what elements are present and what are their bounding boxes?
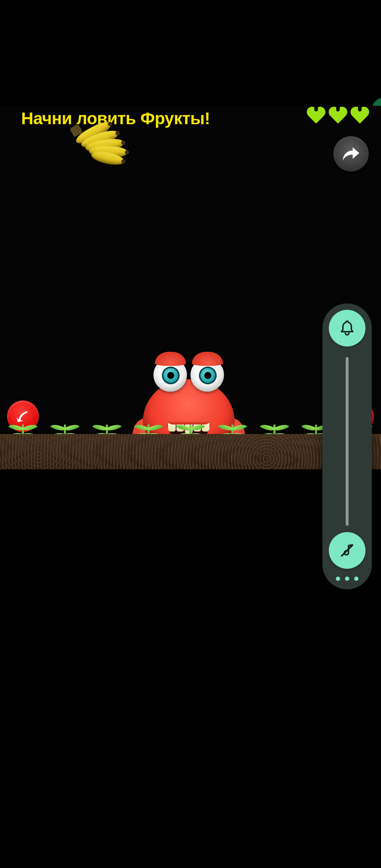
dot-icon: [345, 577, 349, 581]
bell-icon: [339, 320, 356, 337]
share-button[interactable]: [333, 136, 369, 171]
falling-fruit-bananas: [74, 123, 134, 166]
volume-more-button[interactable]: [336, 577, 358, 581]
mute-media-button[interactable]: [329, 532, 365, 569]
volume-slider-track: [346, 357, 349, 526]
share-arrow-icon: [341, 144, 361, 164]
ring-mode-button[interactable]: [329, 310, 365, 346]
dot-icon: [354, 577, 358, 581]
dot-icon: [336, 577, 340, 581]
volume-slider[interactable]: [322, 346, 372, 532]
volume-overlay-panel[interactable]: [322, 303, 372, 589]
music-off-icon: [339, 542, 355, 559]
heart-icon: [306, 106, 327, 125]
heart-icon: [327, 106, 349, 125]
lives-container: [306, 106, 370, 125]
heart-icon: [349, 106, 370, 125]
